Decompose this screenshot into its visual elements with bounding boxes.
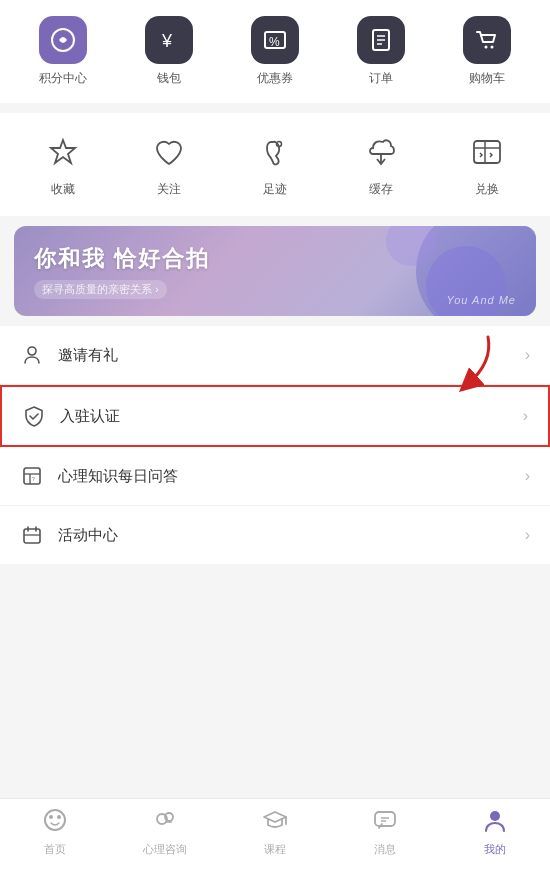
invite-chevron-icon: › xyxy=(525,346,530,364)
secondary-icons-section: 收藏 关注 足迹 缓存 xyxy=(0,113,550,216)
mine-nav-icon xyxy=(482,807,508,839)
footprint-item[interactable]: 足迹 xyxy=(222,131,328,198)
svg-point-8 xyxy=(485,46,488,49)
wallet-item[interactable]: ¥ 钱包 xyxy=(116,16,222,87)
svg-point-16 xyxy=(28,347,36,355)
svg-text:%: % xyxy=(269,35,280,49)
activity-icon xyxy=(20,523,44,547)
verify-chevron-icon: › xyxy=(523,407,528,425)
exchange-icon xyxy=(466,131,508,173)
wallet-icon: ¥ xyxy=(145,16,193,64)
cart-item[interactable]: 购物车 xyxy=(434,16,540,87)
banner-sub-text: 探寻高质量的亲密关系 › xyxy=(34,280,167,299)
cart-label: 购物车 xyxy=(469,70,505,87)
svg-point-28 xyxy=(57,815,61,819)
activity-chevron-icon: › xyxy=(525,526,530,544)
invite-label: 邀请有礼 xyxy=(58,346,525,365)
coupon-icon: % xyxy=(251,16,299,64)
cart-icon xyxy=(463,16,511,64)
order-item[interactable]: 订单 xyxy=(328,16,434,87)
cache-item[interactable]: 缓存 xyxy=(328,131,434,198)
svg-point-36 xyxy=(490,811,500,821)
svg-rect-22 xyxy=(24,529,40,543)
invite-menu-item[interactable]: 邀请有礼 › xyxy=(0,326,550,385)
footprint-label: 足迹 xyxy=(263,181,287,198)
wallet-label: 钱包 xyxy=(157,70,181,87)
banner-main-text: 你和我 恰好合拍 xyxy=(34,244,210,274)
home-nav-icon xyxy=(42,807,68,839)
psychology-icon: ? xyxy=(20,464,44,488)
nav-course[interactable]: 课程 xyxy=(220,807,330,857)
order-label: 订单 xyxy=(369,70,393,87)
svg-point-26 xyxy=(45,810,65,830)
points-icon xyxy=(39,16,87,64)
consult-nav-icon xyxy=(152,807,178,839)
verify-label: 入驻认证 xyxy=(60,407,523,426)
points-center-item[interactable]: 积分中心 xyxy=(10,16,116,87)
svg-rect-33 xyxy=(375,812,395,826)
exchange-label: 兑换 xyxy=(475,181,499,198)
coupon-item[interactable]: % 优惠券 xyxy=(222,16,328,87)
banner-right-text: You And Me xyxy=(446,294,516,306)
nav-home[interactable]: 首页 xyxy=(0,807,110,857)
message-nav-label: 消息 xyxy=(374,842,396,857)
consult-nav-label: 心理咨询 xyxy=(143,842,187,857)
svg-point-9 xyxy=(491,46,494,49)
psychology-menu-item[interactable]: ? 心理知识每日问答 › xyxy=(0,447,550,506)
svg-rect-13 xyxy=(474,141,500,163)
menu-section: 邀请有礼 › 入驻认证 › xyxy=(0,326,550,564)
mine-nav-label: 我的 xyxy=(484,842,506,857)
cache-label: 缓存 xyxy=(369,181,393,198)
course-nav-label: 课程 xyxy=(264,842,286,857)
nav-mine[interactable]: 我的 xyxy=(440,807,550,857)
svg-point-11 xyxy=(277,142,282,147)
message-nav-icon xyxy=(372,807,398,839)
activity-label: 活动中心 xyxy=(58,526,525,545)
nav-message[interactable]: 消息 xyxy=(330,807,440,857)
banner[interactable]: 你和我 恰好合拍 探寻高质量的亲密关系 › You And Me xyxy=(14,226,536,316)
banner-text-area: 你和我 恰好合拍 探寻高质量的亲密关系 › xyxy=(34,244,210,299)
follow-item[interactable]: 关注 xyxy=(116,131,222,198)
activity-menu-item[interactable]: 活动中心 › xyxy=(0,506,550,564)
verify-menu-item[interactable]: 入驻认证 › xyxy=(0,385,550,447)
nav-consult[interactable]: 心理咨询 xyxy=(110,807,220,857)
course-nav-icon xyxy=(262,807,288,839)
order-icon xyxy=(357,16,405,64)
invite-icon xyxy=(20,343,44,367)
psychology-label: 心理知识每日问答 xyxy=(58,467,525,486)
home-nav-label: 首页 xyxy=(44,842,66,857)
points-label: 积分中心 xyxy=(39,70,87,87)
collect-icon xyxy=(42,131,84,173)
coupon-label: 优惠券 xyxy=(257,70,293,87)
psychology-chevron-icon: › xyxy=(525,467,530,485)
follow-icon xyxy=(148,131,190,173)
follow-label: 关注 xyxy=(157,181,181,198)
collect-label: 收藏 xyxy=(51,181,75,198)
collect-item[interactable]: 收藏 xyxy=(10,131,116,198)
exchange-item[interactable]: 兑换 xyxy=(434,131,540,198)
svg-marker-10 xyxy=(51,140,75,163)
footprint-icon xyxy=(254,131,296,173)
bottom-navigation: 首页 心理咨询 课程 xyxy=(0,798,550,869)
svg-text:¥: ¥ xyxy=(161,31,173,51)
svg-text:?: ? xyxy=(32,476,35,482)
svg-point-27 xyxy=(49,815,53,819)
top-icons-section: 积分中心 ¥ 钱包 % 优惠券 订单 xyxy=(0,0,550,103)
cache-icon xyxy=(360,131,402,173)
verify-icon xyxy=(22,404,46,428)
